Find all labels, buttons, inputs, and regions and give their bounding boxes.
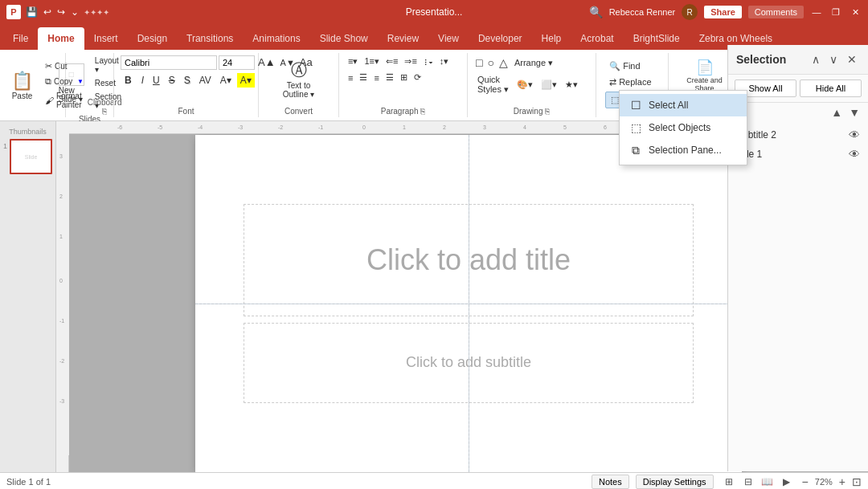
- search-icon[interactable]: 🔍: [589, 6, 603, 18]
- shape2-btn[interactable]: ○: [485, 55, 495, 71]
- save-icon[interactable]: 💾: [24, 5, 39, 19]
- align-center-btn[interactable]: ☰: [357, 71, 370, 84]
- new-slide-icon: □ ▼: [59, 63, 84, 86]
- columns-btn[interactable]: ⫶▾: [421, 55, 436, 68]
- redo-icon[interactable]: ↪: [55, 5, 67, 19]
- align-left-btn[interactable]: ≡: [346, 71, 355, 84]
- numbering-btn[interactable]: 1≡▾: [362, 55, 382, 68]
- notes-button[interactable]: Notes: [592, 475, 629, 489]
- slide: Click to add title Click to add subtitle: [195, 135, 742, 472]
- close-button[interactable]: ✕: [849, 6, 862, 18]
- visibility-icon-subtitle2[interactable]: 👁: [849, 128, 860, 141]
- more-controls-icon: ✦✦✦✦: [84, 8, 109, 17]
- title-bar-right: 🔍 Rebecca Renner R Share Comments — ❐ ✕: [589, 4, 862, 20]
- tab-transitions[interactable]: Transitions: [177, 27, 243, 50]
- panel-expand-btn[interactable]: ∨: [826, 51, 841, 67]
- svg-text:-5: -5: [158, 124, 162, 130]
- share-button[interactable]: Share: [704, 6, 742, 18]
- tab-insert[interactable]: Insert: [84, 27, 128, 50]
- text-to-outline-button[interactable]: Ⓐ Text toOutline ▾: [278, 55, 319, 104]
- shape-outline-btn[interactable]: ⬜▾: [538, 78, 560, 92]
- tab-view[interactable]: View: [428, 27, 469, 50]
- underline-btn[interactable]: U: [149, 73, 163, 88]
- bullets-btn[interactable]: ≡▾: [346, 55, 360, 68]
- slide-thumbnail-1[interactable]: Slide: [10, 139, 52, 174]
- panel-item-subtitle2[interactable]: Subtitle 2 👁: [728, 125, 868, 145]
- shadow-btn[interactable]: S: [181, 73, 194, 88]
- zoom-out-btn[interactable]: −: [802, 475, 809, 488]
- reading-view-btn[interactable]: 📖: [759, 475, 776, 488]
- convert-group: Ⓐ Text toOutline ▾ Convert: [259, 53, 339, 117]
- font-color-btn[interactable]: A▾: [217, 73, 235, 88]
- quick-styles-btn[interactable]: QuickStyles ▾: [474, 73, 512, 96]
- tab-brightslide[interactable]: BrightSlide: [624, 27, 690, 50]
- visibility-icon-title1[interactable]: 👁: [849, 148, 860, 161]
- tab-acrobat[interactable]: Acrobat: [571, 27, 623, 50]
- shape1-btn[interactable]: □: [474, 55, 484, 71]
- svg-text:1: 1: [59, 234, 63, 239]
- undo-icon[interactable]: ↩: [42, 5, 53, 19]
- tab-design[interactable]: Design: [128, 27, 177, 50]
- shape-fill-btn[interactable]: 🎨▾: [514, 78, 536, 92]
- panel-close-btn[interactable]: ✕: [844, 51, 860, 67]
- increase-indent-btn[interactable]: ⇒≡: [402, 55, 419, 68]
- select-objects-item[interactable]: ⬚ Select Objects: [620, 116, 747, 139]
- replace-button[interactable]: ⇄ Replace: [605, 75, 655, 89]
- svg-text:6: 6: [604, 124, 607, 130]
- svg-text:-3: -3: [238, 124, 243, 130]
- thumbnails-label: Thumbnails: [9, 128, 47, 136]
- panel-collapse-btn[interactable]: ∧: [809, 51, 823, 67]
- zoom-in-btn[interactable]: +: [839, 475, 845, 488]
- tab-review[interactable]: Review: [378, 27, 428, 50]
- smart-art-btn[interactable]: ⊞: [398, 71, 410, 84]
- align-right-btn[interactable]: ≡: [371, 71, 381, 84]
- tab-animations[interactable]: Animations: [243, 27, 309, 50]
- select-all-item[interactable]: ☐ Select All: [620, 94, 747, 116]
- font-family-input[interactable]: [121, 55, 217, 70]
- normal-view-btn[interactable]: ⊞: [720, 475, 738, 488]
- tab-help[interactable]: Help: [532, 27, 571, 50]
- convert-to-smartart-btn[interactable]: ⟳: [411, 71, 424, 84]
- display-settings-button[interactable]: Display Settings: [636, 475, 714, 489]
- slide-sorter-btn[interactable]: ⊟: [739, 475, 757, 488]
- highlight-btn[interactable]: A▾: [237, 73, 255, 88]
- line-spacing-btn[interactable]: ↕▾: [437, 55, 452, 68]
- panel-item-title1[interactable]: Title 1 👁: [728, 145, 868, 164]
- cut-icon: ✂: [45, 61, 52, 71]
- selection-pane-item[interactable]: ⧉ Selection Pane...: [620, 139, 747, 161]
- hide-all-button[interactable]: Hide All: [800, 79, 862, 97]
- minimize-button[interactable]: —: [810, 6, 823, 18]
- decrease-indent-btn[interactable]: ⇐≡: [383, 55, 400, 68]
- tab-home[interactable]: Home: [38, 27, 84, 50]
- fit-slide-btn[interactable]: ⊡: [852, 475, 862, 488]
- maximize-button[interactable]: ❐: [829, 6, 842, 18]
- find-icon: 🔍: [609, 61, 620, 71]
- char-spacing-btn[interactable]: AV: [196, 73, 215, 88]
- italic-btn[interactable]: I: [138, 73, 147, 88]
- arrange-btn[interactable]: Arrange ▾: [511, 56, 556, 70]
- new-slide-button[interactable]: □ ▼ New Slide ▾: [54, 59, 89, 108]
- strikethrough-btn[interactable]: S: [166, 73, 178, 88]
- bold-btn[interactable]: B: [121, 72, 136, 88]
- more-qa-icon[interactable]: ⌄: [69, 5, 80, 19]
- select-dropdown: ☐ Select All ⬚ Select Objects ⧉ Selectio…: [619, 90, 747, 165]
- comments-button[interactable]: Comments: [748, 6, 804, 18]
- shape-effects-btn[interactable]: ★▾: [562, 78, 581, 92]
- tab-slideshow[interactable]: Slide Show: [310, 27, 378, 50]
- reorder-down-btn[interactable]: ▼: [845, 104, 863, 120]
- shape3-btn[interactable]: △: [497, 55, 510, 71]
- reorder-up-btn[interactable]: ▲: [828, 104, 845, 120]
- selection-panel-title: Selection: [736, 53, 786, 66]
- convert-label: Convert: [285, 104, 313, 116]
- tab-file[interactable]: File: [3, 27, 38, 50]
- presenter-view-btn[interactable]: ▶: [778, 475, 796, 488]
- svg-text:-1: -1: [59, 318, 64, 324]
- vertical-ruler: 3 2 1 0 -1 -2 -3: [56, 134, 69, 472]
- paste-button[interactable]: 📋 Paste: [6, 61, 38, 109]
- font-label: Font: [178, 104, 194, 116]
- justify-btn[interactable]: ☰: [383, 71, 396, 84]
- font-size-input[interactable]: [219, 55, 255, 70]
- tab-developer[interactable]: Developer: [469, 27, 532, 50]
- find-button[interactable]: 🔍 Find: [605, 59, 644, 73]
- svg-text:0: 0: [59, 278, 63, 283]
